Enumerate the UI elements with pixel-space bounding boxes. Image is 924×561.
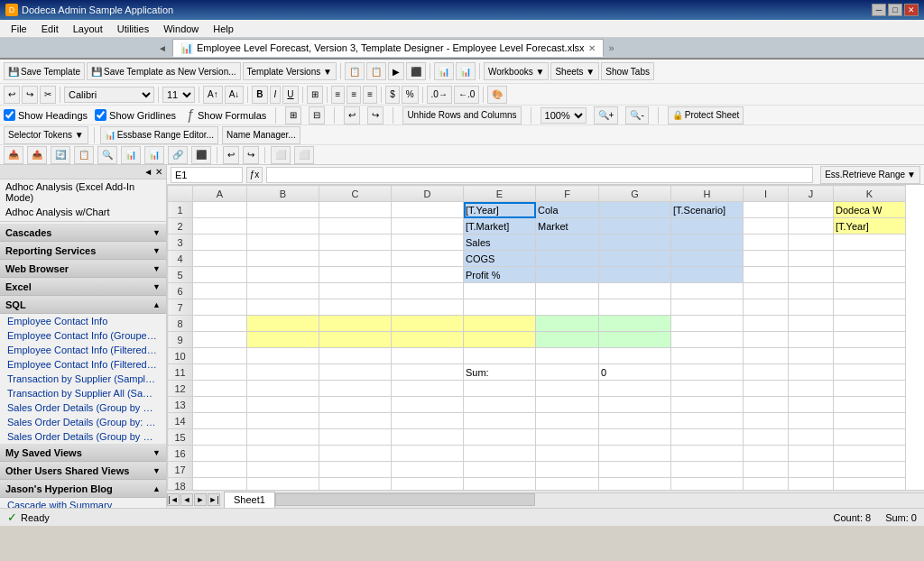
cell-c3[interactable]	[319, 235, 392, 251]
minimize-button[interactable]: ─	[872, 4, 886, 16]
cell-k4[interactable]	[834, 251, 906, 267]
percent-btn[interactable]: %	[402, 86, 419, 104]
cell-e7[interactable]	[464, 299, 536, 316]
align-center-btn[interactable]: ≡	[346, 86, 361, 104]
retrieve-btn-12[interactable]: ⬜	[271, 146, 291, 164]
sidebar-item-ec-grouped[interactable]: Employee Contact Info (Grouped by: J...	[0, 328, 166, 343]
font-family-select[interactable]: Calibri	[64, 87, 154, 103]
cell-e9[interactable]	[464, 332, 536, 348]
cell-k7[interactable]	[834, 299, 906, 316]
retrieve-btn-1[interactable]: 📥	[4, 146, 23, 164]
sidebar-item-sales-2[interactable]: Sales Order Details (Group by: Produ...	[0, 415, 166, 429]
cell-d5[interactable]	[392, 267, 464, 283]
italic-btn[interactable]: I	[270, 86, 282, 104]
doc-tab-close[interactable]: ✕	[588, 43, 596, 53]
cell-f4[interactable]	[536, 251, 599, 267]
sidebar-item-adhoc-chart[interactable]: Adhoc Analysis w/Chart	[0, 205, 166, 219]
essbase-range-btn[interactable]: 📊 Essbase Range Editor...	[100, 126, 218, 144]
cell-j3[interactable]	[789, 235, 834, 251]
sidebar-item-ec-filtered2[interactable]: Employee Contact Info (Filtered by: La..…	[0, 357, 166, 372]
template-versions-button[interactable]: Template Versions ▼	[243, 62, 337, 80]
cell-reference-box[interactable]	[171, 167, 243, 183]
icon-btn-6[interactable]: 📊	[456, 62, 476, 80]
menu-layout[interactable]: Layout	[66, 22, 110, 36]
cell-j1[interactable]	[789, 202, 834, 218]
cell-i3[interactable]	[744, 235, 789, 251]
sidebar-section-reporting[interactable]: Reporting Services ▼	[0, 242, 166, 260]
cell-e11[interactable]: Sum:	[464, 364, 536, 381]
cell-f1[interactable]: Cola	[536, 202, 599, 218]
cell-i1[interactable]	[744, 202, 789, 218]
cut-btn[interactable]: ✂	[40, 86, 56, 104]
cell-d8[interactable]	[392, 316, 464, 332]
cell-e8[interactable]	[464, 316, 536, 332]
cell-g6[interactable]	[599, 283, 671, 299]
cell-j6[interactable]	[789, 283, 834, 299]
bold-btn[interactable]: B	[252, 86, 267, 104]
cell-h2[interactable]	[671, 218, 744, 235]
cell-f6[interactable]	[536, 283, 599, 299]
cell-k9[interactable]	[834, 332, 906, 348]
cell-h9[interactable]	[671, 332, 744, 348]
cell-i7[interactable]	[744, 299, 789, 316]
sidebar-item-employee-contact[interactable]: Employee Contact Info	[0, 314, 166, 328]
menu-window[interactable]: Window	[156, 22, 206, 36]
sheet-tab-sheet1[interactable]: Sheet1	[224, 492, 275, 508]
cell-d4[interactable]	[392, 251, 464, 267]
border-btn[interactable]: ⊞	[307, 86, 323, 104]
h-scroll-thumb[interactable]	[275, 493, 535, 506]
menu-file[interactable]: File	[4, 22, 34, 36]
sidebar-item-cascade-summary[interactable]: Cascade with Summary	[0, 498, 166, 508]
cell-f10[interactable]	[536, 348, 599, 364]
cell-h11[interactable]	[671, 364, 744, 381]
cell-c6[interactable]	[319, 283, 392, 299]
cell-b3[interactable]	[247, 235, 319, 251]
cell-f2[interactable]: Market	[536, 218, 599, 235]
sheets-button[interactable]: Sheets ▼	[550, 62, 599, 80]
cell-d6[interactable]	[392, 283, 464, 299]
cell-g4[interactable]	[599, 251, 671, 267]
cell-b2[interactable]	[247, 218, 319, 235]
zoom-out-btn[interactable]: 🔍-	[625, 106, 648, 124]
grid-container[interactable]: A B C D E F G H I J K	[167, 185, 924, 490]
cell-i8[interactable]	[744, 316, 789, 332]
protect-sheet-button[interactable]: 🔒 Protect Sheet	[668, 106, 744, 124]
menu-edit[interactable]: Edit	[34, 22, 66, 36]
cell-h5[interactable]	[671, 267, 744, 283]
save-template-new-button[interactable]: 💾 Save Template as New Version...	[87, 62, 241, 80]
cell-j2[interactable]	[789, 218, 834, 235]
h-scrollbar[interactable]	[275, 492, 924, 507]
cell-i5[interactable]	[744, 267, 789, 283]
cell-j5[interactable]	[789, 267, 834, 283]
cell-g11[interactable]: 0	[599, 364, 671, 381]
cell-b4[interactable]	[247, 251, 319, 267]
name-manager-btn[interactable]: Name Manager...	[222, 126, 300, 144]
cell-e10[interactable]	[464, 348, 536, 364]
formula-fn-btn[interactable]: ƒx	[246, 167, 263, 183]
cell-c7[interactable]	[319, 299, 392, 316]
ess-retrieve-range-btn[interactable]: Ess.Retrieve Range ▼	[820, 166, 920, 184]
save-template-button[interactable]: 💾 Save Template	[4, 62, 85, 80]
cell-f7[interactable]	[536, 299, 599, 316]
cell-h7[interactable]	[671, 299, 744, 316]
font-increase-btn[interactable]: A↑	[203, 86, 223, 104]
cell-b1[interactable]	[247, 202, 319, 218]
cell-a1[interactable]	[193, 202, 247, 218]
retrieve-btn-5[interactable]: 🔍	[97, 146, 117, 164]
cell-a10[interactable]	[193, 348, 247, 364]
icon-btn-5[interactable]: 📊	[434, 62, 454, 80]
cell-a9[interactable]	[193, 332, 247, 348]
retrieve-btn-13[interactable]: ⬜	[294, 146, 314, 164]
cell-c10[interactable]	[319, 348, 392, 364]
sidebar-item-ec-filtered1[interactable]: Employee Contact Info (Filtered by: La..…	[0, 343, 166, 357]
cell-k5[interactable]	[834, 267, 906, 283]
cell-b9[interactable]	[247, 332, 319, 348]
cell-a11[interactable]	[193, 364, 247, 381]
cell-d7[interactable]	[392, 299, 464, 316]
cell-j4[interactable]	[789, 251, 834, 267]
cell-k2[interactable]: [T.Year]	[834, 218, 906, 235]
cell-h1[interactable]: [T.Scenario]	[671, 202, 744, 218]
retrieve-btn-3[interactable]: 🔄	[51, 146, 70, 164]
retrieve-btn-2[interactable]: 📤	[27, 146, 47, 164]
cell-c4[interactable]	[319, 251, 392, 267]
